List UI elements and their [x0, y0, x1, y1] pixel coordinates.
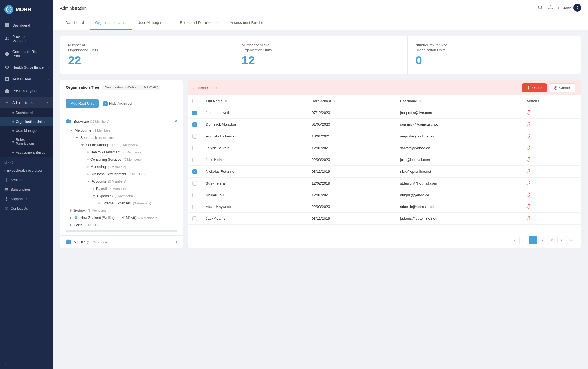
pagination-page-2[interactable]: 2 [538, 236, 547, 244]
sidebar-item-dashboard[interactable]: Dashboard [0, 19, 53, 31]
pagination-page-3[interactable]: 3 [548, 236, 556, 244]
row-checkbox[interactable] [192, 169, 197, 174]
row-actions[interactable] [522, 154, 581, 166]
pagination-next[interactable]: › [557, 236, 566, 244]
row-checkbox-cell[interactable] [188, 154, 201, 166]
hide-archived-toggle[interactable]: Hide Archived [103, 101, 132, 106]
tree-node-melbourne[interactable]: Melbourne (2 Members) [60, 127, 183, 134]
row-checkbox[interactable] [192, 193, 197, 197]
search-icon[interactable] [538, 5, 543, 11]
row-actions[interactable] [522, 130, 581, 142]
row-actions[interactable] [522, 119, 581, 130]
row-checkbox[interactable] [192, 111, 197, 115]
row-checkbox-cell[interactable] [188, 189, 201, 201]
tab-organisation-units[interactable]: Organisation Units [90, 16, 132, 30]
row-actions[interactable] [522, 178, 581, 189]
row-checkbox-cell[interactable] [188, 119, 201, 130]
tab-assessment-builder[interactable]: Assessment Builder [224, 16, 269, 30]
row-checkbox[interactable] [192, 216, 197, 221]
row-checkbox[interactable] [192, 122, 197, 127]
unlink-row-icon[interactable] [526, 217, 531, 221]
org-tree-footer-node[interactable]: MOHR (19 Members) › [60, 235, 183, 248]
tab-roles-permissions[interactable]: Roles and Permissions [174, 16, 224, 30]
sidebar-item-assessment-builder[interactable]: Assessment Builder [0, 148, 53, 157]
sidebar-item-test-builder[interactable]: Test Builder › [0, 73, 53, 85]
unlink-row-icon[interactable] [526, 158, 531, 162]
col-full-name[interactable]: Full Name ⇅ [201, 95, 307, 107]
row-checkbox-cell[interactable] [188, 178, 201, 189]
row-checkbox[interactable] [192, 181, 197, 186]
sidebar-item-administration[interactable]: Administration ∨ [0, 97, 53, 108]
tab-dashboard[interactable]: Dashboard [60, 16, 90, 30]
sidebar-item-provider-management[interactable]: Provider Management › [0, 31, 53, 46]
row-actions[interactable] [522, 107, 581, 119]
user-avatar[interactable]: J [573, 4, 581, 12]
col-date-added[interactable]: Date Added ⇅ [307, 95, 396, 107]
tree-node-external-expenses[interactable]: External Expenses (0 Members) [60, 200, 183, 207]
link-subscription[interactable]: Subscription [0, 185, 53, 194]
sidebar-item-pre-employment[interactable]: Pre-Employment › [0, 85, 53, 97]
pagination-page-1[interactable]: 1 [529, 236, 537, 244]
tree-node-southbank[interactable]: Southbank (0 Members) [60, 134, 183, 141]
tree-node-bodycare[interactable]: Bodycare (39 Members) ∨ [60, 116, 183, 127]
row-checkbox-cell[interactable] [188, 201, 201, 213]
row-checkbox[interactable] [192, 146, 197, 150]
select-all-checkbox[interactable] [192, 99, 197, 103]
select-all-header[interactable] [188, 95, 201, 107]
row-checkbox[interactable] [192, 158, 197, 162]
unlink-row-icon[interactable] [526, 205, 531, 209]
row-checkbox[interactable] [192, 134, 197, 139]
unlink-row-icon[interactable] [526, 181, 531, 186]
row-actions[interactable] [522, 189, 581, 201]
row-checkbox[interactable] [192, 205, 197, 209]
unlink-row-icon[interactable] [526, 170, 531, 174]
tree-node-senior-mgmt[interactable]: Senior Management (0 Members) [60, 141, 183, 149]
sidebar-item-organisation-units[interactable]: Organisation Units [0, 117, 53, 126]
tree-node-accounts[interactable]: Accounts (0 Members) [60, 178, 183, 185]
cancel-button[interactable]: Cancel [549, 83, 575, 92]
sidebar-item-admin-dashboard[interactable]: Dashboard [0, 108, 53, 117]
pagination-first[interactable]: « [510, 236, 518, 244]
tree-node-payroll[interactable]: Payroll (4 Members) [60, 185, 183, 192]
sidebar-item-occ-health[interactable]: Occ Health Risk Profile › [0, 46, 53, 61]
unlink-row-icon[interactable] [526, 193, 531, 198]
row-checkbox-cell[interactable] [188, 166, 201, 178]
add-root-unit-button[interactable]: Add Root Unit [66, 99, 99, 108]
link-settings[interactable]: Settings [0, 175, 53, 185]
hide-archived-checkbox[interactable] [103, 101, 108, 106]
unlink-row-icon[interactable] [526, 123, 531, 127]
pagination-last[interactable]: » [567, 236, 575, 244]
link-myocc[interactable]: myocchealthrecord.com ↗ [0, 166, 53, 175]
tab-user-management[interactable]: User Management [132, 16, 174, 30]
row-checkbox-cell[interactable] [188, 142, 201, 154]
unlink-row-icon[interactable] [526, 146, 531, 151]
row-actions[interactable] [522, 142, 581, 154]
row-actions[interactable] [522, 201, 581, 213]
col-username[interactable]: Username ⇅ [396, 95, 522, 107]
tree-node-perth[interactable]: Perth (0 Members) [60, 221, 183, 229]
tree-node-sydney[interactable]: Sydney (6 Members) [60, 207, 183, 214]
bell-icon[interactable] [548, 5, 553, 11]
row-checkbox-cell[interactable] [188, 130, 201, 142]
row-checkbox-cell[interactable] [188, 107, 201, 119]
tree-node-consulting[interactable]: Consulting Services (0 Members) [60, 156, 183, 163]
sidebar-item-roles-permissions[interactable]: Roles and Permissions [0, 135, 53, 148]
sidebar-item-user-management[interactable]: User Management [0, 126, 53, 135]
link-support[interactable]: Support ↗ [0, 194, 53, 204]
unlink-row-icon[interactable] [526, 134, 531, 139]
unlink-row-icon[interactable] [526, 111, 531, 115]
row-checkbox-cell[interactable] [188, 213, 201, 225]
row-actions[interactable] [522, 166, 581, 178]
sidebar-collapse-btn[interactable]: ← [0, 358, 53, 369]
tree-node-business-dev[interactable]: Business Development (7 Members) [60, 171, 183, 178]
pagination-prev[interactable]: ‹ [519, 236, 528, 244]
link-contact[interactable]: Contact Us ↗ [0, 204, 53, 213]
sidebar-logo[interactable]: MOHR [0, 0, 53, 19]
sidebar-item-health-surveillance[interactable]: Health Surveillance › [0, 61, 53, 73]
row-actions[interactable] [522, 213, 581, 225]
tree-node-new-zealand[interactable]: New Zealand (Wellington, N1M1A8) (25 Mem… [60, 214, 183, 221]
tree-node-expenses[interactable]: Expenses (0 Members) [60, 192, 183, 200]
unlink-button[interactable]: Unlink [522, 83, 547, 92]
tree-node-health-assessment[interactable]: Health Assessment (0 Members) [60, 149, 183, 156]
tree-node-marketing[interactable]: Marketing (1 Members) [60, 163, 183, 171]
